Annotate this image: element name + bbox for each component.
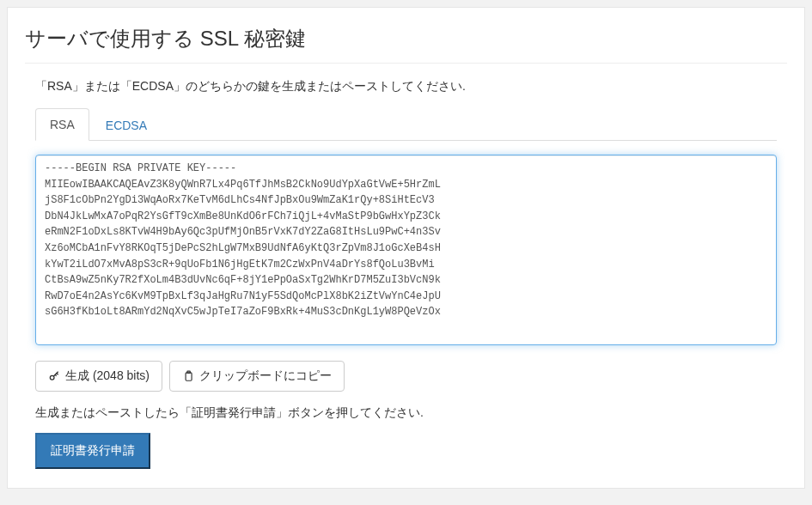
generate-button[interactable]: 生成 (2048 bits) [35, 361, 162, 392]
copy-button-label: クリップボードにコピー [199, 368, 332, 384]
generate-button-label: 生成 (2048 bits) [65, 368, 150, 384]
title-divider [25, 63, 787, 64]
tab-rsa[interactable]: RSA [35, 108, 89, 141]
svg-rect-1 [186, 373, 192, 380]
svg-point-0 [50, 375, 54, 380]
content-well: RSA ECDSA 生成 (2048 bits) クリップボードにコピー [35, 108, 777, 469]
tab-ecdsa[interactable]: ECDSA [91, 109, 162, 141]
copy-button[interactable]: クリップボードにコピー [169, 361, 345, 392]
clipboard-icon [182, 370, 194, 382]
ssl-key-panel: サーバで使用する SSL 秘密鍵 「RSA」または「ECDSA」のどちらかの鍵を… [7, 7, 805, 489]
action-button-row: 生成 (2048 bits) クリップボードにコピー [35, 361, 777, 392]
svg-rect-2 [187, 371, 191, 373]
post-action-note: 生成またはペーストしたら「証明書発行申請」ボタンを押してください. [35, 405, 777, 421]
page-title: サーバで使用する SSL 秘密鍵 [25, 25, 787, 52]
instruction-text: 「RSA」または「ECDSA」のどちらかの鍵を生成またはペーストしてください. [35, 79, 777, 94]
key-icon [48, 370, 60, 382]
private-key-textarea[interactable] [35, 155, 777, 345]
submit-button[interactable]: 証明書発行申請 [35, 433, 150, 469]
key-type-tabs: RSA ECDSA [35, 108, 777, 141]
